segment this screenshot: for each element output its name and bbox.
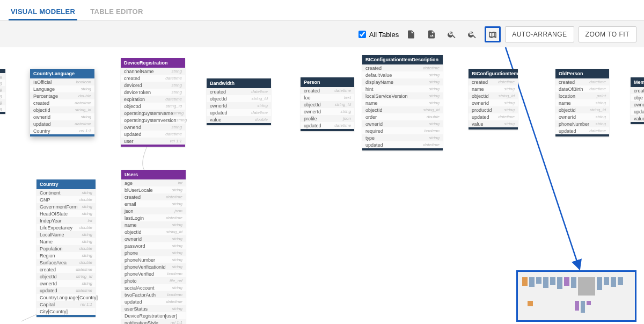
entity-field-row[interactable]: dateOfBirthdatetime	[555, 85, 609, 92]
entity-field-row[interactable]: upda	[631, 108, 644, 115]
entity-field-row[interactable]: valuedouble	[207, 116, 271, 123]
entity-field-row[interactable]: photofile_ref	[121, 277, 186, 284]
entity-country[interactable]: CountryContinentstringGNPdoubleGovernmen…	[36, 179, 96, 317]
entity-field-row[interactable]: CountryLanguage[Country]	[36, 294, 96, 301]
entity-field-row[interactable]: updateddatetime	[121, 131, 185, 138]
entity-field-row[interactable]: string	[0, 86, 5, 92]
entity-header[interactable]: Users	[121, 170, 186, 179]
entity-field-row[interactable]: Populationdouble	[36, 245, 96, 252]
entity-field-row[interactable]: notificationStylerel 1:1	[121, 319, 186, 324]
entity-field-row[interactable]: twoFactorAuthboolean	[121, 291, 186, 298]
entity-field-row[interactable]: ageint	[121, 179, 186, 186]
entity-field-row[interactable]: IndepYearint	[36, 217, 96, 224]
entity-field-row[interactable]: ownerIdstring	[121, 124, 185, 131]
entity-field-row[interactable]: value	[631, 115, 644, 122]
entity-header[interactable]: Country	[36, 179, 96, 189]
entity-field-row[interactable]: phoneNumberstring	[121, 256, 186, 263]
entity-field-row[interactable]: GNPdouble	[36, 196, 96, 203]
entity-field-row[interactable]: updateddatetime	[469, 113, 518, 120]
entity-field-row[interactable]: createddatetime	[362, 64, 443, 71]
entity-field-row[interactable]: Regionstring	[36, 252, 96, 259]
zoom-out-icon[interactable]	[464, 26, 480, 42]
entity-field-row[interactable]: objectIdstring_id	[207, 95, 271, 102]
entity-bandwidth[interactable]: BandwidthcreateddatetimeobjectIdstring_i…	[207, 78, 271, 125]
entity-field-row[interactable]: string	[0, 92, 5, 99]
entity-field-row[interactable]: userStatusstring	[121, 305, 186, 312]
entity-field-row[interactable]: productIdstring	[469, 106, 518, 113]
entity-field-row[interactable]: GovernmentFormstring	[36, 203, 96, 210]
entity-field-row[interactable]: creat	[631, 87, 644, 94]
entity-field-row[interactable]: namestring	[362, 99, 443, 106]
entity-field-row[interactable]: objectIdstring_id	[301, 101, 354, 108]
entity-field-row[interactable]: string	[0, 73, 5, 80]
entity-field-row[interactable]: channelNamestring	[121, 68, 185, 75]
entity-device-registration[interactable]: DeviceRegistrationchannelNamestringcreat…	[121, 58, 185, 147]
zoom-in-icon[interactable]	[444, 26, 460, 42]
entity-old-person[interactable]: OldPersoncreateddatetimedateOfBirthdatet…	[555, 69, 609, 136]
entity-field-row[interactable]: profilejson	[301, 115, 354, 122]
entity-field-row[interactable]: updateddatetime	[36, 287, 96, 294]
entity-header[interactable]: CountryLanguage	[30, 69, 94, 78]
entity-field-row[interactable]: updateddatetime	[207, 109, 271, 116]
entity-field-row[interactable]: createddatetime	[301, 87, 354, 94]
entity-field-row[interactable]: phoneNumberstring	[555, 120, 609, 127]
entity-field-row[interactable]: IsOfficialboolean	[30, 78, 94, 85]
entity-field-row[interactable]: objectIdstring_id	[121, 103, 185, 110]
entity-field-row[interactable]: objectIdstring_id	[36, 273, 96, 280]
entity-field-row[interactable]: ownerIdstring	[362, 120, 443, 127]
entity-field-row[interactable]: socialAccountstring	[121, 284, 186, 291]
export-image-icon[interactable]	[423, 26, 440, 42]
all-tables-checkbox-label[interactable]: All Tables	[358, 31, 399, 39]
entity-field-row[interactable]: updateddatetime	[121, 298, 186, 305]
entity-field-row[interactable]: createddatetime	[121, 193, 186, 200]
entity-field-row[interactable]: deviceTokenstring	[121, 89, 185, 96]
entity-field-row[interactable]: HeadOfStatestring	[36, 210, 96, 217]
entity-field-row[interactable]: ownerIdstring	[36, 280, 96, 287]
entity-field-row[interactable]: DeviceRegistration[user]	[121, 312, 186, 319]
entity-partial-left[interactable]: stringstringstringstringstringstring	[0, 69, 5, 114]
entity-field-row[interactable]: lastLogindatetime	[121, 214, 186, 221]
entity-header[interactable]: Mem	[631, 77, 644, 87]
entity-field-row[interactable]: createddatetime	[30, 99, 94, 106]
entity-field-row[interactable]: localServiceVersionstring	[362, 92, 443, 99]
zoom-to-fit-button[interactable]: ZOOM TO FIT	[579, 26, 636, 42]
entity-users[interactable]: UsersageintblUserLocalestringcreateddate…	[121, 170, 186, 324]
entity-field-row[interactable]: ownerIdstring	[121, 235, 186, 242]
entity-field-row[interactable]: namestring	[555, 99, 609, 106]
entity-field-row[interactable]: updateddatetime	[301, 122, 354, 129]
entity-field-row[interactable]: namestring	[469, 85, 518, 92]
entity-field-row[interactable]: ownerIdstring	[301, 108, 354, 115]
entity-field-row[interactable]: defaultValuestring	[362, 71, 443, 78]
modeler-canvas[interactable]: stringstringstringstringstringstringCoun…	[0, 47, 644, 324]
entity-field-row[interactable]: createddatetime	[555, 78, 609, 85]
entity-field-row[interactable]: updateddatetime	[362, 141, 443, 148]
entity-field-row[interactable]: updateddatetime	[30, 120, 94, 127]
entity-bi-config-item[interactable]: BIConfigurationItemcreateddatetimenamest…	[469, 69, 518, 129]
minimap-toggle-icon[interactable]	[485, 26, 501, 42]
all-tables-checkbox[interactable]	[358, 31, 366, 38]
entity-field-row[interactable]: updateddatetime	[555, 127, 609, 134]
entity-field-row[interactable]: jsonjson	[121, 207, 186, 214]
auto-arrange-button[interactable]: AUTO-ARRANGE	[505, 26, 574, 42]
entity-field-row[interactable]: emailstring	[121, 200, 186, 207]
entity-field-row[interactable]: expirationdatetime	[121, 96, 185, 103]
entity-field-row[interactable]: ownerIdstring	[30, 113, 94, 120]
entity-bi-config-desc[interactable]: BIConfigurationItemDescriptioncreateddat…	[362, 55, 443, 150]
entity-field-row[interactable]: SurfaceAreadouble	[36, 259, 96, 266]
entity-field-row[interactable]: Languagestring	[30, 85, 94, 92]
entity-field-row[interactable]: requiredboolean	[362, 127, 443, 134]
entity-person[interactable]: PersoncreateddatetimefootextobjectIdstri…	[301, 77, 354, 131]
entity-country-language[interactable]: CountryLanguageIsOfficialbooleanLanguage…	[30, 69, 94, 136]
entity-field-row[interactable]: LifeExpectancydouble	[36, 224, 96, 231]
entity-field-row[interactable]: objectIdstring_id	[121, 228, 186, 235]
entity-field-row[interactable]: typestring	[362, 134, 443, 141]
entity-field-row[interactable]: operatingSystemVersionstring	[121, 117, 185, 124]
entity-field-row[interactable]: deviceIdstring	[121, 82, 185, 89]
entity-field-row[interactable]: string	[0, 80, 5, 86]
entity-header[interactable]: Person	[301, 77, 354, 87]
entity-field-row[interactable]: createddatetime	[469, 78, 518, 85]
entity-header[interactable]: OldPerson	[555, 69, 609, 78]
entity-field-row[interactable]: passwordstring	[121, 242, 186, 249]
entity-field-row[interactable]: ownerIdstring	[207, 102, 271, 109]
entity-header[interactable]: BIConfigurationItem	[469, 69, 518, 78]
